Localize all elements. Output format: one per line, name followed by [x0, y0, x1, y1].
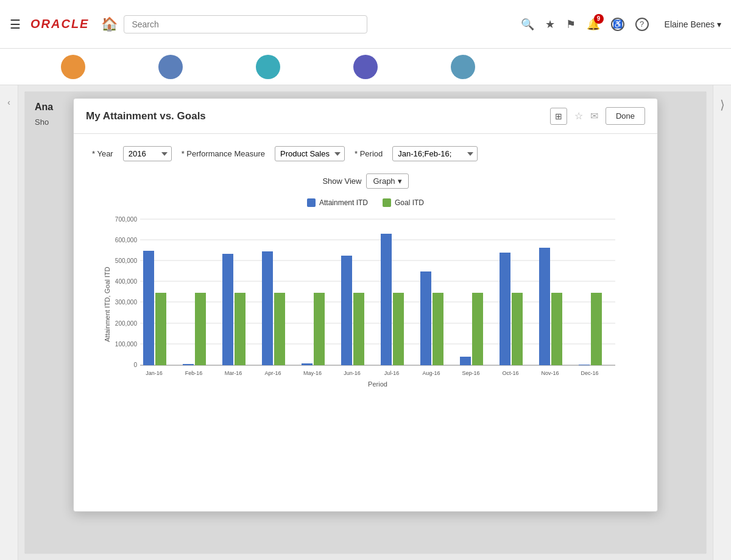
bar-goal-oct — [512, 293, 523, 365]
background-panel: Ana Sho My Attainment vs. Goals ⊞ ☆ ✉ Do… — [24, 91, 707, 554]
bar-chart: Attainment ITD, Goal ITD — [104, 213, 627, 396]
filter-row: * Year 2016 2015 2017 * Performance Meas… — [92, 146, 639, 161]
svg-text:Jan-16: Jan-16 — [146, 370, 163, 376]
year-select[interactable]: 2016 2015 2017 — [123, 146, 172, 161]
bar-attainment-sep — [460, 357, 471, 365]
bar-goal-may — [314, 293, 325, 365]
modal-title: My Attainment vs. Goals — [86, 110, 543, 122]
svg-text:Period: Period — [368, 380, 387, 388]
avatar-3[interactable] — [256, 55, 280, 79]
bar-attainment-may — [302, 363, 313, 365]
view-type-label: Graph — [373, 177, 395, 186]
right-sidebar: ⟩ — [713, 85, 731, 560]
svg-text:Sep-16: Sep-16 — [462, 370, 479, 376]
search-input[interactable] — [124, 15, 367, 33]
help-icon[interactable]: ? — [635, 18, 649, 31]
svg-text:200,000: 200,000 — [115, 320, 138, 327]
bar-attainment-aug — [420, 271, 431, 365]
svg-text:0: 0 — [133, 362, 137, 368]
star-icon[interactable]: ★ — [545, 18, 555, 31]
show-view-button[interactable]: Graph ▾ — [366, 173, 408, 189]
svg-text:400,000: 400,000 — [115, 278, 138, 285]
mail-icon[interactable]: ✉ — [590, 110, 598, 122]
svg-text:Jun-16: Jun-16 — [344, 370, 361, 376]
performance-select[interactable]: Product Sales Revenue Quota — [275, 146, 345, 161]
bar-attainment-jun — [341, 256, 352, 365]
modal-overlay: My Attainment vs. Goals ⊞ ☆ ✉ Done * Yea… — [25, 92, 706, 553]
avatar-1[interactable] — [61, 55, 85, 79]
home-icon[interactable]: 🏠 — [101, 16, 118, 32]
goal-color-box — [383, 198, 391, 207]
period-select[interactable]: Jan-16;Feb-16; All — [392, 146, 478, 161]
modal-header: My Attainment vs. Goals ⊞ ☆ ✉ Done — [74, 99, 657, 134]
sidebar-toggle[interactable]: ‹ — [0, 85, 18, 560]
show-view-row: Show View Graph ▾ — [92, 173, 639, 189]
topbar-icons: 🔍 ★ ⚑ 🔔 9 ♿ ? Elaine Benes ▾ — [521, 18, 721, 31]
bar-goal-feb — [195, 293, 206, 365]
modal: My Attainment vs. Goals ⊞ ☆ ✉ Done * Yea… — [73, 98, 658, 512]
svg-text:Feb-16: Feb-16 — [185, 370, 203, 376]
bar-attainment-oct — [500, 253, 510, 365]
period-label: * Period — [355, 149, 383, 158]
svg-text:Aug-16: Aug-16 — [422, 370, 440, 376]
favorite-icon[interactable]: ☆ — [574, 110, 583, 122]
legend-goal: Goal ITD — [383, 198, 424, 207]
content-area: Ana Sho My Attainment vs. Goals ⊞ ☆ ✉ Do… — [18, 85, 713, 560]
menu-icon[interactable]: ☰ — [10, 17, 21, 32]
svg-text:100,000: 100,000 — [115, 341, 138, 348]
svg-text:700,000: 700,000 — [115, 216, 138, 223]
chart-legend: Attainment ITD Goal ITD — [92, 198, 639, 207]
year-label: * Year — [92, 149, 113, 158]
attainment-color-box — [307, 198, 316, 207]
svg-text:Nov-16: Nov-16 — [541, 370, 559, 376]
right-sidebar-icon: ⟩ — [720, 97, 725, 112]
avatar-row — [0, 49, 731, 85]
user-menu[interactable]: Elaine Benes ▾ — [665, 19, 721, 29]
chart-container: Attainment ITD, Goal ITD — [104, 213, 627, 396]
modal-body: * Year 2016 2015 2017 * Performance Meas… — [74, 134, 657, 408]
topbar: ☰ ORACLE 🏠 🔍 ★ ⚑ 🔔 9 ♿ ? Elaine Benes ▾ — [0, 0, 731, 49]
bar-goal-mar — [235, 293, 245, 365]
notification-badge: 9 — [594, 14, 604, 24]
performance-label: * Performance Measure — [182, 149, 265, 158]
bar-attainment-feb — [183, 364, 194, 365]
show-view-label: Show View — [322, 177, 361, 186]
bar-goal-nov — [551, 293, 562, 365]
done-button[interactable]: Done — [606, 107, 645, 125]
bar-attainment-jul — [381, 234, 392, 365]
svg-text:May-16: May-16 — [303, 370, 322, 376]
bar-attainment-jan — [143, 251, 154, 365]
svg-text:Attainment ITD, Goal ITD: Attainment ITD, Goal ITD — [104, 267, 111, 342]
svg-text:600,000: 600,000 — [115, 237, 138, 243]
avatar-2[interactable] — [158, 55, 183, 79]
bar-goal-jun — [353, 293, 364, 365]
svg-text:Apr-16: Apr-16 — [264, 370, 281, 376]
bar-goal-jul — [393, 293, 404, 365]
svg-text:Jul-16: Jul-16 — [384, 370, 400, 376]
svg-text:300,000: 300,000 — [115, 299, 138, 306]
svg-text:Mar-16: Mar-16 — [225, 370, 242, 376]
bar-goal-sep — [472, 293, 483, 365]
attainment-label: Attainment ITD — [319, 198, 368, 207]
bar-goal-dec — [591, 293, 602, 365]
avatar-4[interactable] — [353, 55, 378, 79]
collapse-icon: ‹ — [7, 97, 10, 107]
bar-goal-aug — [433, 293, 443, 365]
accessibility-icon[interactable]: ♿ — [611, 18, 624, 31]
bar-attainment-nov — [539, 248, 550, 365]
main-area: ‹ Ana Sho My Attainment vs. Goals ⊞ ☆ ✉ … — [0, 85, 731, 560]
bar-attainment-apr — [262, 251, 273, 365]
view-dropdown-icon: ▾ — [398, 177, 402, 186]
avatar-5[interactable] — [451, 55, 475, 79]
oracle-logo: ORACLE — [30, 17, 89, 31]
bar-attainment-mar — [222, 254, 233, 365]
notification-icon[interactable]: 🔔 9 — [587, 18, 600, 31]
search-icon[interactable]: 🔍 — [521, 18, 534, 31]
bar-goal-jan — [155, 293, 166, 365]
flag-icon[interactable]: ⚑ — [566, 18, 576, 31]
svg-text:Dec-16: Dec-16 — [581, 370, 598, 376]
bar-attainment-dec — [579, 365, 590, 365]
goal-label: Goal ITD — [395, 198, 424, 207]
table-view-icon[interactable]: ⊞ — [550, 108, 567, 125]
legend-attainment: Attainment ITD — [307, 198, 368, 207]
